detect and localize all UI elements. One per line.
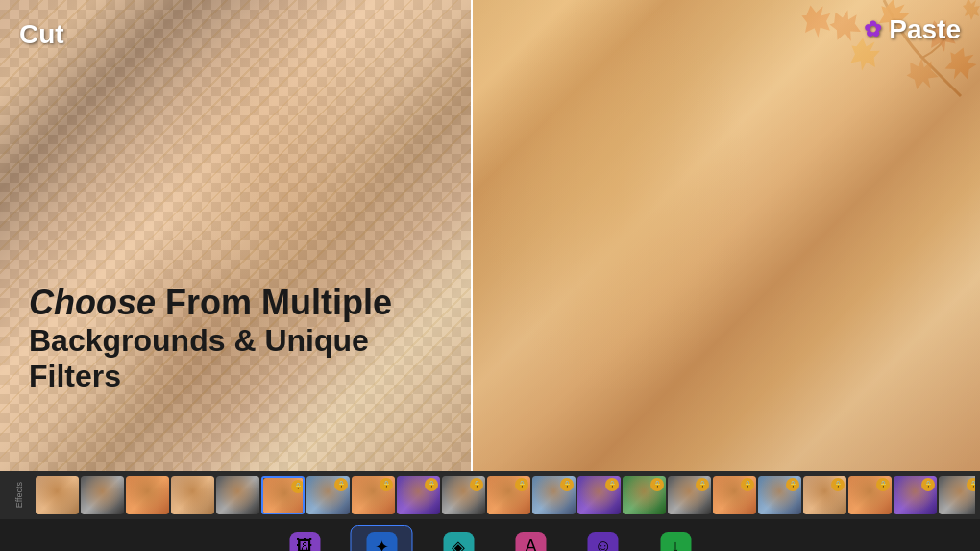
- lock-badge: 🔒: [831, 478, 845, 491]
- lock-badge: 🔒: [425, 478, 438, 491]
- lock-badge: 🔒: [334, 478, 348, 491]
- lock-badge: 🔒: [605, 478, 619, 491]
- tool-btn-save[interactable]: ↓Save: [649, 525, 702, 552]
- filter-thumb-19[interactable]: 🔒: [848, 476, 892, 514]
- cut-label: Cut: [19, 19, 64, 50]
- sticker-icon: ☺: [588, 532, 619, 552]
- filter-thumb-13[interactable]: 🔒: [577, 476, 621, 514]
- tool-btn-bg-filter[interactable]: ✦BG Filter: [350, 525, 412, 552]
- split-divider: [471, 0, 473, 471]
- bg-filter-icon: ✦: [366, 532, 397, 552]
- tool-btn-sticker[interactable]: ☺Sticker: [576, 525, 630, 552]
- tool-btn-filter[interactable]: ◈Filter: [432, 525, 485, 552]
- left-side-transparent: [0, 0, 471, 471]
- lock-badge: 🔒: [515, 478, 528, 491]
- promo-line1: Choose From Multiple: [29, 283, 461, 323]
- effects-side-label: Effects: [5, 476, 34, 514]
- paste-icon: ✿: [864, 17, 881, 42]
- filter-thumb-10[interactable]: 🔒: [442, 476, 485, 514]
- bottom-toolbar: 🖼BG✦BG Filter◈FilterAText☺Sticker↓Save A…: [0, 519, 980, 551]
- paste-label: ✿ Paste: [864, 14, 961, 45]
- filter-thumb-11[interactable]: 🔒: [487, 476, 530, 514]
- filter-thumb-9[interactable]: 🔒: [397, 476, 440, 514]
- lock-badge: 🔒: [786, 478, 799, 491]
- toolbar-center: 🖼BG✦BG Filter◈FilterAText☺Sticker↓Save: [278, 525, 701, 552]
- filter-thumb-18[interactable]: 🔒: [803, 476, 846, 514]
- filter-thumb-6[interactable]: 🔒: [261, 476, 305, 514]
- lock-badge: 🔒: [650, 478, 664, 491]
- filter-thumb-21[interactable]: 🔒: [939, 476, 975, 514]
- promo-text: Choose From Multiple Backgrounds & Uniqu…: [29, 283, 461, 394]
- tool-btn-bg[interactable]: 🖼BG: [278, 525, 331, 552]
- main-canvas: Cut ✿ Paste Choose From Multiple Backgro…: [0, 0, 980, 471]
- filter-thumb-17[interactable]: 🔒: [758, 476, 801, 514]
- lock-badge: 🔒: [741, 478, 754, 491]
- promo-line2: Backgrounds & Unique Filters: [29, 323, 461, 394]
- lock-badge: 🔒: [380, 478, 393, 491]
- filter-thumbnails[interactable]: 🔒🔒🔒🔒🔒🔒🔒🔒🔒🔒🔒🔒🔒🔒🔒🔒: [36, 476, 975, 514]
- filter-thumb-1[interactable]: [36, 476, 79, 514]
- filter-thumb-5[interactable]: [216, 476, 259, 514]
- filter-thumb-16[interactable]: 🔒: [713, 476, 756, 514]
- lock-badge: 🔒: [921, 478, 935, 491]
- lock-badge: 🔒: [291, 480, 305, 493]
- lock-badge: 🔒: [967, 478, 975, 491]
- lock-badge: 🔒: [696, 478, 709, 491]
- filter-thumb-15[interactable]: 🔒: [668, 476, 711, 514]
- filter-thumb-7[interactable]: 🔒: [306, 476, 350, 514]
- lock-badge: 🔒: [876, 478, 890, 491]
- save-icon: ↓: [660, 532, 691, 552]
- text-icon: A: [515, 532, 546, 552]
- filter-thumb-4[interactable]: [171, 476, 214, 514]
- filter-icon: ◈: [443, 532, 474, 552]
- right-side-background: [471, 0, 980, 471]
- filter-strip: Effects 🔒🔒🔒🔒🔒🔒🔒🔒🔒🔒🔒🔒🔒🔒🔒🔒: [0, 471, 980, 519]
- filter-thumb-8[interactable]: 🔒: [352, 476, 395, 514]
- filter-thumb-20[interactable]: 🔒: [894, 476, 937, 514]
- bg-icon: 🖼: [289, 532, 320, 552]
- lock-badge: 🔒: [560, 478, 574, 491]
- lock-badge: 🔒: [470, 478, 483, 491]
- filter-thumb-12[interactable]: 🔒: [532, 476, 576, 514]
- filter-thumb-3[interactable]: [126, 476, 169, 514]
- tool-btn-text[interactable]: AText: [504, 525, 557, 552]
- filter-thumb-14[interactable]: 🔒: [623, 476, 666, 514]
- filter-thumb-2[interactable]: [81, 476, 124, 514]
